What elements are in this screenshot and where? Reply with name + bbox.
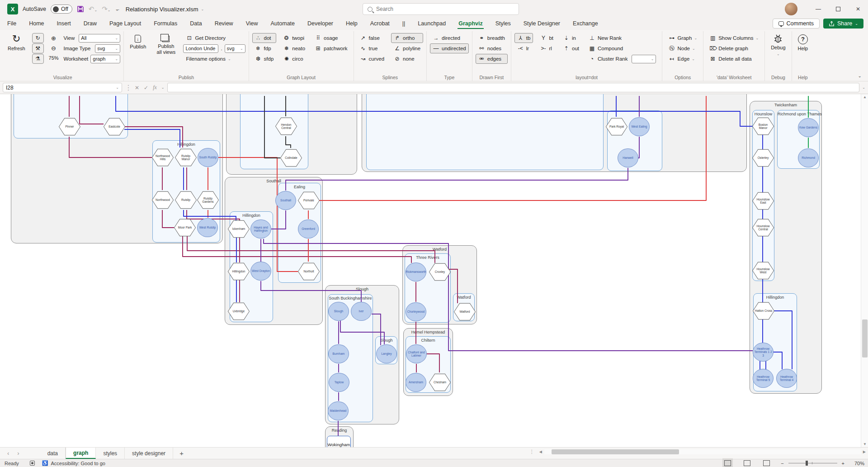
sheet-tab-styles[interactable]: styles bbox=[96, 448, 125, 459]
type-directed-button[interactable]: →directed bbox=[430, 33, 469, 43]
image-type-dropdown[interactable]: svg⌄ bbox=[95, 44, 120, 53]
rank-out-button[interactable]: ⇡out bbox=[560, 43, 582, 53]
worksheet-dropdown[interactable]: graph⌄ bbox=[90, 55, 120, 63]
autosave-toggle[interactable]: Off bbox=[51, 5, 72, 14]
menu-tab-data[interactable]: Data bbox=[189, 19, 203, 29]
zoom-slider[interactable] bbox=[788, 463, 837, 463]
zoom-in-button[interactable]: ⊕ bbox=[48, 33, 60, 43]
expand-formula-bar-button[interactable]: ⌄ bbox=[862, 86, 865, 90]
auto-refresh-toggle[interactable]: ↻ bbox=[32, 33, 44, 43]
menu-tab-styles[interactable]: Styles bbox=[495, 19, 512, 29]
save-icon[interactable] bbox=[77, 5, 84, 13]
formula-input[interactable] bbox=[167, 83, 860, 92]
engine-fdp-button[interactable]: ❄fdp bbox=[252, 43, 277, 53]
publish-button[interactable]: Publish bbox=[127, 32, 149, 51]
rankdir-bt-button[interactable]: Ybt bbox=[537, 33, 556, 43]
menu-tab-launchpad[interactable]: Launchpad bbox=[417, 19, 447, 29]
zoom-in-slider-button[interactable]: + bbox=[842, 461, 844, 466]
share-button[interactable]: Share ⌄ bbox=[823, 19, 863, 29]
cluster-rank-dropdown[interactable]: ⌄ bbox=[632, 55, 656, 63]
engine-dot-button[interactable]: ∴dot bbox=[252, 33, 277, 43]
scroll-left-icon[interactable]: ◀ bbox=[537, 450, 544, 454]
drawn-first-nodes-button[interactable]: ⚯nodes bbox=[476, 43, 508, 53]
avatar[interactable] bbox=[785, 3, 797, 15]
minimize-button[interactable]: — bbox=[808, 0, 828, 18]
scroll-right-icon[interactable]: ▶ bbox=[861, 450, 868, 454]
drawn-first-edges-button[interactable]: ⚮edges bbox=[476, 54, 508, 64]
cluster-rank-button[interactable]: ◔Cluster Rank⌄ bbox=[586, 54, 659, 64]
attributes-graph-button[interactable]: ⊶Graph⌄ bbox=[665, 33, 700, 43]
accessibility-status[interactable]: Accessibility: Good to go bbox=[51, 461, 105, 466]
splines-polyline-button[interactable]: ∠polyline bbox=[391, 43, 423, 53]
menu-tab-graphviz[interactable]: Graphviz bbox=[458, 19, 484, 29]
splines-none-button[interactable]: ⊘none bbox=[391, 54, 423, 64]
rankdir-rl-button[interactable]: >-rl bbox=[537, 43, 556, 53]
restore-button[interactable] bbox=[828, 0, 848, 18]
directory-input[interactable]: London Unde bbox=[183, 44, 218, 53]
compound-button[interactable]: ▦Compound bbox=[586, 43, 659, 53]
paint-styles-toggle[interactable]: ⚒ bbox=[32, 43, 44, 53]
zoom-slider-thumb[interactable] bbox=[806, 461, 808, 466]
normal-view-button[interactable] bbox=[724, 460, 731, 466]
sheet-tab-style-designer[interactable]: style designer bbox=[125, 448, 173, 459]
undo-button[interactable]: ↶⌄ bbox=[89, 5, 97, 13]
help-button[interactable]: ? Help bbox=[795, 32, 811, 53]
zoom-out-slider-button[interactable]: − bbox=[781, 461, 783, 466]
search-input[interactable]: Search bbox=[363, 3, 519, 15]
quick-access-menu[interactable]: ⌄̶ bbox=[115, 6, 119, 12]
status-zoom-level[interactable]: 70% bbox=[849, 461, 864, 466]
page-layout-view-button[interactable] bbox=[744, 460, 750, 466]
show-columns-button[interactable]: ▥Show Columns⌄ bbox=[707, 33, 761, 43]
engine-sfdp-button[interactable]: ❆sfdp bbox=[252, 54, 277, 64]
filter-flask-toggle[interactable]: ⚗ bbox=[32, 54, 44, 64]
horizontal-scrollbar[interactable] bbox=[544, 449, 861, 454]
menu-tab-style-designer[interactable]: Style Designer bbox=[523, 19, 561, 29]
extension-dropdown[interactable]: svg⌄ bbox=[225, 44, 245, 53]
menu-tab--[interactable]: || bbox=[401, 19, 406, 29]
rank-in-button[interactable]: ⇣in bbox=[560, 33, 582, 43]
cancel-formula-button[interactable]: ✕ bbox=[135, 85, 139, 91]
horizontal-scroll-thumb[interactable] bbox=[552, 449, 679, 454]
menu-tab-automate[interactable]: Automate bbox=[270, 19, 296, 29]
publish-all-views-button[interactable]: Publish all views bbox=[153, 32, 179, 56]
menu-tab-acrobat[interactable]: Acrobat bbox=[369, 19, 391, 29]
type-undirected-button[interactable]: —undirected bbox=[430, 43, 469, 53]
delete-graph-button[interactable]: ⌦Delete graph bbox=[707, 43, 761, 53]
splines-true-button[interactable]: ∿true bbox=[357, 43, 387, 53]
filename-options-dropdown[interactable]: Filename options⌄ bbox=[183, 54, 245, 64]
menu-tab-developer[interactable]: Developer bbox=[307, 19, 334, 29]
excel-app-icon[interactable]: X bbox=[7, 4, 18, 14]
menu-tab-home[interactable]: Home bbox=[28, 19, 45, 29]
macro-record-icon[interactable] bbox=[30, 461, 35, 466]
prev-sheet-button[interactable]: ‹ bbox=[7, 450, 9, 457]
debug-button[interactable]: Debug ⌄ bbox=[768, 32, 788, 57]
attributes-node-button[interactable]: ⓃNode⌄ bbox=[665, 43, 700, 53]
close-button[interactable]: ✕ bbox=[848, 0, 868, 18]
delete-all-data-button[interactable]: ⊠Delete all data bbox=[707, 54, 761, 64]
collapse-ribbon-button[interactable]: ⌄ bbox=[858, 73, 862, 78]
graph-canvas[interactable]: SouthallWatfordSloughHemel HempsteadRead… bbox=[0, 94, 868, 447]
next-sheet-button[interactable]: › bbox=[17, 450, 19, 457]
insert-function-button[interactable]: fx bbox=[153, 84, 157, 91]
splines-curved-button[interactable]: ↝curved bbox=[357, 54, 387, 64]
menu-tab-page-layout[interactable]: Page Layout bbox=[108, 19, 142, 29]
menu-tab-view[interactable]: View bbox=[245, 19, 259, 29]
engine-patchwork-button[interactable]: ⊞patchwork bbox=[312, 43, 350, 53]
menu-tab-insert[interactable]: Insert bbox=[56, 19, 72, 29]
scroll-up-icon[interactable]: ▲ bbox=[861, 95, 868, 99]
redo-button[interactable]: ↷⌄ bbox=[102, 5, 110, 13]
name-box[interactable]: I28⌄ bbox=[3, 83, 122, 92]
document-title[interactable]: Relationship Visualizer.xlsm⌄ bbox=[126, 6, 204, 13]
refresh-button[interactable]: ↻ Refresh bbox=[5, 32, 28, 53]
vertical-scroll-thumb[interactable] bbox=[862, 319, 868, 357]
zoom-out-button[interactable]: ⊖ bbox=[48, 43, 60, 53]
rankdir-tb-button[interactable]: ⅄tb bbox=[514, 33, 533, 43]
get-directory-button[interactable]: ⊡ Get Directory bbox=[183, 33, 245, 43]
engine-twopi-button[interactable]: ❂twopi bbox=[280, 33, 308, 43]
sheet-tab-graph[interactable]: graph bbox=[66, 448, 96, 459]
menu-tab-review[interactable]: Review bbox=[214, 19, 234, 29]
menu-tab-file[interactable]: File bbox=[6, 19, 17, 29]
comments-button[interactable]: Comments bbox=[773, 19, 820, 29]
drawn-first-breadth-button[interactable]: ⚭breadth bbox=[476, 33, 508, 43]
new-rank-button[interactable]: ⊥New Rank bbox=[586, 33, 659, 43]
